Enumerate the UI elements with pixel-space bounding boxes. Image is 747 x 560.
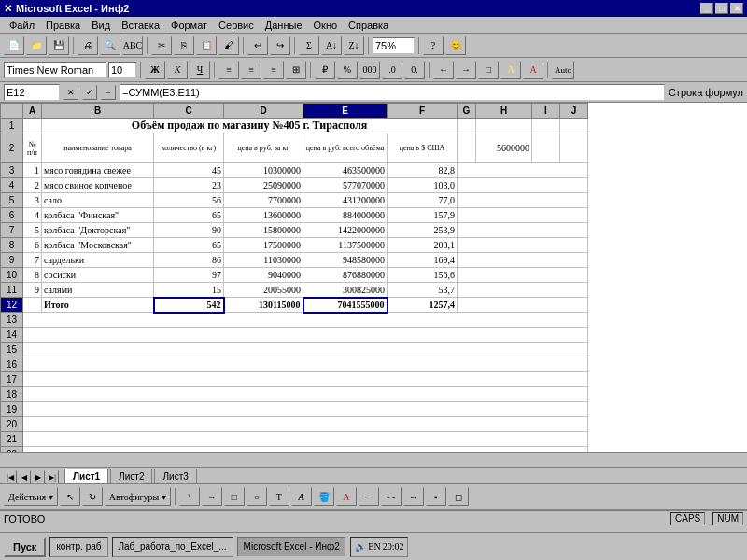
align-center-button[interactable]: ≡ [241,61,261,79]
cell-F3[interactable]: 82,8 [388,163,458,178]
row-header-8[interactable]: 8 [1,238,23,253]
col-header-I[interactable]: I [532,104,560,119]
cell-D11[interactable]: 20055000 [224,283,303,298]
row-header-9[interactable]: 9 [1,253,23,268]
merge-center-button[interactable]: ⊞ [286,61,306,79]
indent-inc-button[interactable]: → [456,61,476,79]
cell-G1[interactable] [458,119,476,133]
cell-H1[interactable] [476,119,532,133]
cell-E5[interactable]: 431200000 [303,193,388,208]
cell-21[interactable] [23,432,588,447]
sort-desc-button[interactable]: Z↓ [344,36,364,55]
cell-G8[interactable] [458,238,588,253]
cell-title[interactable]: Объём продаж по магазину №405 г. Тираспо… [42,119,458,133]
underline-button[interactable]: Ч [190,61,210,79]
cell-G6[interactable] [458,208,588,223]
cell-J1[interactable] [560,119,588,133]
cell-15[interactable] [23,343,588,357]
font-size-input[interactable] [108,62,136,78]
currency-button[interactable]: ₽ [315,61,335,79]
wizard-button[interactable]: 😊 [445,36,466,55]
col-header-F[interactable]: F [388,104,458,119]
col-header-B[interactable]: B [42,104,154,119]
cursor-tool[interactable]: ↖ [60,487,80,506]
cell-E9[interactable]: 948580000 [303,253,388,268]
cell-A10[interactable]: 8 [23,268,42,283]
cell-17[interactable] [23,372,588,387]
cell-C3[interactable]: 45 [154,163,224,178]
cell-E7[interactable]: 1422000000 [303,223,388,238]
col-header-H[interactable]: H [476,104,532,119]
cell-14[interactable] [23,328,588,343]
bold-button[interactable]: Ж [145,61,165,79]
cell-A9[interactable]: 7 [23,253,42,268]
decimal-dec-button[interactable]: 0. [404,61,425,79]
menu-format[interactable]: Формат [165,19,213,32]
menu-help[interactable]: Справка [343,19,394,32]
cell-reference-box[interactable]: E12 [4,84,60,101]
taskbar-item-3[interactable]: Microsoft Excel - Инф2 [237,537,346,557]
cell-J2[interactable] [560,133,588,163]
cell-I2[interactable] [532,133,560,163]
cell-16[interactable] [23,357,588,372]
cell-G4[interactable] [458,178,588,193]
cell-H2[interactable]: 5600000 [476,133,532,163]
3d-style[interactable]: ◻ [448,487,469,506]
cell-B11[interactable]: салями [42,283,154,298]
cell-20[interactable] [23,417,588,432]
confirm-input-button[interactable]: ✓ [82,85,97,100]
menu-view[interactable]: Вид [86,19,116,32]
print-button[interactable]: 🖨 [78,36,98,55]
menu-insert[interactable]: Вставка [116,19,165,32]
cell-F6[interactable]: 157,9 [388,208,458,223]
cell-F5[interactable]: 77,0 [388,193,458,208]
cell-B7[interactable]: колбаса "Докторская" [42,223,154,238]
font-color-draw[interactable]: A [336,487,357,506]
open-button[interactable]: 📁 [26,36,47,55]
new-button[interactable]: 📄 [4,36,24,55]
cell-C2[interactable]: количество (в кг) [154,133,224,163]
arrow-tool[interactable]: → [202,487,222,506]
cell-D6[interactable]: 13600000 [224,208,303,223]
line-color-draw[interactable]: ─ [359,487,379,506]
oval-tool[interactable]: ○ [247,487,267,506]
cell-G3[interactable] [458,163,588,178]
redo-button[interactable]: ↪ [270,36,290,55]
taskbar-item-2[interactable]: Лаб_работа_по_Excel_... [112,537,233,557]
cut-button[interactable]: ✂ [151,36,172,55]
cell-A3[interactable]: 1 [23,163,42,178]
cell-C6[interactable]: 65 [154,208,224,223]
cell-19[interactable] [23,402,588,417]
cell-C5[interactable]: 56 [154,193,224,208]
tab-prev-button[interactable]: ◀ [18,470,31,483]
cell-E4[interactable]: 577070000 [303,178,388,193]
italic-button[interactable]: К [167,61,188,79]
cell-C11[interactable]: 15 [154,283,224,298]
tab-next-button[interactable]: ▶ [32,470,45,483]
cell-A11[interactable]: 9 [23,283,42,298]
cell-G2[interactable] [458,133,476,163]
start-button[interactable]: Пуск [4,537,46,557]
cell-B3[interactable]: мясо говядина свежее [42,163,154,178]
cell-A5[interactable]: 3 [23,193,42,208]
cell-F7[interactable]: 253,9 [388,223,458,238]
textbox-tool[interactable]: T [269,487,289,506]
shadow-style[interactable]: ▪ [426,487,446,506]
cell-A2[interactable]: № п/п [23,133,42,163]
col-header-D[interactable]: D [224,104,303,119]
menu-tools[interactable]: Сервис [213,19,260,32]
cell-F8[interactable]: 203,1 [388,238,458,253]
formula-input[interactable] [120,84,665,101]
rotate-tool[interactable]: ↻ [82,487,103,506]
cell-B4[interactable]: мясо свиное копченое [42,178,154,193]
cell-18[interactable] [23,387,588,402]
autoshapes-menu[interactable]: Автофигуры ▾ [105,487,171,506]
menu-window[interactable]: Окно [308,19,344,32]
cell-F9[interactable]: 169,4 [388,253,458,268]
row-header-3[interactable]: 3 [1,163,23,178]
row-header-5[interactable]: 5 [1,193,23,208]
close-button[interactable]: ✕ [730,3,743,14]
sheet-tab-3[interactable]: Лист3 [154,469,196,483]
indent-dec-button[interactable]: ← [433,61,454,79]
line-tool[interactable]: \ [179,487,200,506]
